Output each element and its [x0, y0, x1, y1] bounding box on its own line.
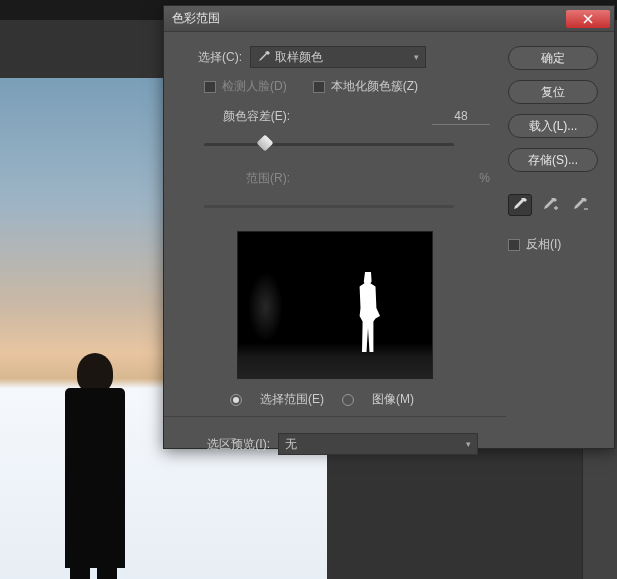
localized-checkbox[interactable]	[313, 81, 325, 93]
reset-button[interactable]: 复位	[508, 80, 598, 104]
fuzziness-input[interactable]	[432, 107, 490, 125]
range-label: 范围(R):	[180, 170, 290, 187]
chevron-down-icon: ▾	[414, 52, 419, 62]
eyedropper-subtract-tool[interactable]	[568, 194, 592, 216]
preview-select-label: 选区预览(I):	[180, 436, 270, 453]
preview-select-value: 无	[285, 436, 297, 453]
selection-preview[interactable]	[237, 231, 433, 379]
range-unit: %	[479, 171, 490, 185]
radio-selection-label: 选择范围(E)	[260, 391, 324, 408]
divider	[164, 416, 506, 417]
eyedropper-minus-icon	[572, 197, 588, 213]
radio-selection[interactable]	[230, 394, 242, 406]
eyedropper-icon	[257, 50, 271, 64]
dialog-titlebar[interactable]: 色彩范围	[164, 6, 614, 32]
preview-select-dropdown[interactable]: 无 ▾	[278, 433, 478, 455]
ok-button[interactable]: 确定	[508, 46, 598, 70]
dialog-left-panel: 选择(C): 取样颜色 ▾ 检测人脸(D) 本地化颜色簇(Z) 颜色容差(E):	[180, 46, 490, 455]
save-button[interactable]: 存储(S)...	[508, 148, 598, 172]
close-button[interactable]	[566, 10, 610, 28]
close-icon	[583, 14, 593, 24]
select-label: 选择(C):	[180, 49, 242, 66]
dialog-right-panel: 确定 复位 载入(L)... 存储(S)... 反相(I)	[508, 46, 598, 455]
range-slider	[204, 197, 454, 217]
detect-faces-checkbox	[204, 81, 216, 93]
load-button[interactable]: 载入(L)...	[508, 114, 598, 138]
range-input	[413, 169, 471, 187]
fuzziness-label: 颜色容差(E):	[180, 108, 290, 125]
invert-checkbox[interactable]	[508, 239, 520, 251]
select-dropdown[interactable]: 取样颜色 ▾	[250, 46, 426, 68]
radio-image-label: 图像(M)	[372, 391, 414, 408]
select-value: 取样颜色	[275, 49, 323, 66]
detect-faces-label: 检测人脸(D)	[222, 78, 287, 95]
eyedropper-plus-icon	[542, 197, 558, 213]
radio-image[interactable]	[342, 394, 354, 406]
dialog-title: 色彩范围	[168, 10, 566, 27]
eyedropper-tool[interactable]	[508, 194, 532, 216]
image-subject	[55, 353, 135, 579]
slider-thumb[interactable]	[257, 135, 274, 152]
eyedropper-add-tool[interactable]	[538, 194, 562, 216]
fuzziness-slider[interactable]	[204, 135, 454, 155]
color-range-dialog: 色彩范围 选择(C): 取样颜色 ▾ 检测人脸(D) 本地化颜色簇(Z)	[163, 5, 615, 449]
localized-label: 本地化颜色簇(Z)	[331, 78, 418, 95]
invert-label: 反相(I)	[526, 236, 561, 253]
eyedropper-icon	[512, 197, 528, 213]
chevron-down-icon: ▾	[466, 439, 471, 449]
